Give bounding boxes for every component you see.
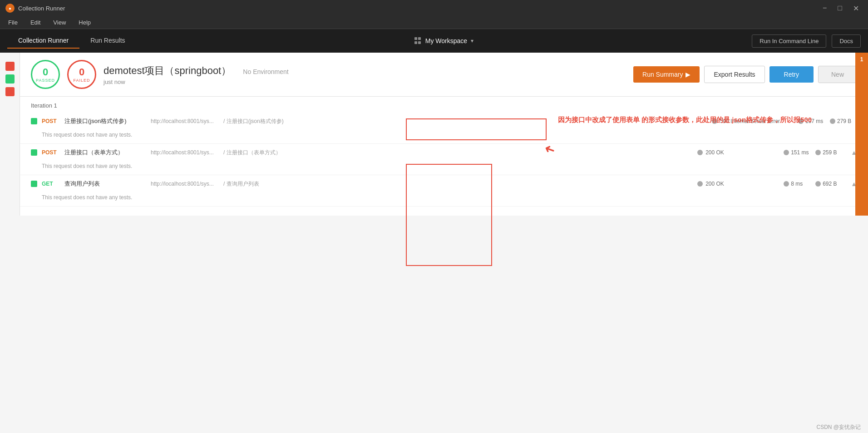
- req-status-dot-2: [31, 149, 37, 156]
- req-size-3: 692 B: [815, 181, 843, 187]
- maximize-button[interactable]: □: [834, 3, 846, 14]
- menu-file[interactable]: File: [5, 18, 20, 27]
- workspace-icon: [414, 37, 422, 44]
- environment-tag: No Environment: [243, 68, 288, 75]
- new-button[interactable]: New: [818, 66, 857, 83]
- req-status-dot-3: [31, 181, 37, 187]
- run-header: 0 PASSED 0 FAILED demotest项目（springboot）…: [20, 53, 868, 97]
- minimize-button[interactable]: −: [819, 3, 830, 14]
- left-sidebar: [0, 53, 20, 216]
- request-row-2: POST 注册接口（表单方式） http://localhost:8001/sy…: [20, 144, 868, 175]
- req-url-3: http://localhost:8001/sys...: [151, 181, 219, 187]
- req-status-dot-1: [31, 118, 37, 124]
- status-text-3: 200 OK: [705, 181, 724, 187]
- top-nav: Collection Runner Run Results My Workspa…: [0, 29, 868, 53]
- req-time-3: 8 ms: [784, 181, 811, 187]
- size-dot-1: [830, 118, 835, 124]
- status-text-2: 200 OK: [705, 149, 724, 156]
- failed-label: FAILED: [73, 78, 90, 83]
- run-info: demotest项目（springboot） No Environment ju…: [104, 64, 289, 85]
- docs-button[interactable]: Docs: [832, 34, 861, 48]
- workspace-label: My Workspace: [425, 37, 467, 44]
- collection-name: demotest项目（springboot） No Environment: [104, 64, 289, 78]
- window-title: Collection Runner: [18, 5, 65, 12]
- request-row-3: GET 查询用户列表 http://localhost:8001/sys... …: [20, 175, 868, 207]
- right-badge: 1: [855, 53, 868, 216]
- run-actions: Run Summary ▶ Export Results Retry New: [633, 66, 857, 83]
- tab-collection-runner[interactable]: Collection Runner: [7, 33, 79, 49]
- workspace-chevron: ▾: [471, 38, 473, 44]
- sidebar-indicator-red-1: [5, 62, 15, 71]
- badge-number: 1: [860, 56, 863, 63]
- passed-circle: 0 PASSED: [31, 60, 60, 89]
- sidebar-indicator-green: [5, 74, 15, 84]
- size-dot-2: [815, 150, 821, 155]
- nav-tabs: Collection Runner Run Results: [7, 33, 136, 49]
- request-note-2: This request does not have any tests.: [20, 161, 868, 175]
- request-note-1: This request does not have any tests.: [20, 130, 868, 143]
- passed-label: PASSED: [36, 78, 55, 83]
- run-summary-button[interactable]: Run Summary ▶: [633, 66, 700, 83]
- workspace-selector[interactable]: My Workspace ▾: [414, 37, 473, 44]
- main-area: 0 PASSED 0 FAILED demotest项目（springboot）…: [0, 53, 868, 216]
- export-results-button[interactable]: Export Results: [704, 66, 764, 83]
- req-path-3: / 查询用户列表: [223, 180, 305, 188]
- req-status-3: 200 OK: [697, 181, 779, 187]
- logo-icon: ●: [9, 6, 11, 11]
- title-bar-left: ● Collection Runner: [5, 4, 65, 13]
- run-timestamp: just now: [104, 79, 289, 85]
- requests-container: Iteration 1 POST 注册接口(json格式传参) http://l…: [20, 97, 868, 216]
- req-size-1: 279 B: [830, 118, 857, 124]
- close-button[interactable]: ✕: [849, 3, 863, 14]
- request-main-2[interactable]: POST 注册接口（表单方式） http://localhost:8001/sy…: [20, 144, 868, 161]
- menu-help[interactable]: Help: [76, 18, 94, 27]
- menu-view[interactable]: View: [50, 18, 69, 27]
- window-controls: − □ ✕: [819, 3, 863, 14]
- req-name-3: 查询用户列表: [64, 180, 146, 188]
- retry-button[interactable]: Retry: [769, 66, 814, 83]
- status-circle-3: [697, 181, 703, 187]
- run-stats: 0 PASSED 0 FAILED demotest项目（springboot）…: [31, 60, 289, 89]
- failed-circle: 0 FAILED: [67, 60, 96, 89]
- method-badge-3: GET: [42, 181, 60, 187]
- req-path-2: / 注册接口（表单方式）: [223, 149, 305, 157]
- run-command-line-button[interactable]: Run In Command Line: [752, 34, 826, 48]
- iteration-label: Iteration 1: [20, 97, 868, 113]
- req-url-1: http://localhost:8001/sys...: [151, 118, 219, 124]
- title-bar: ● Collection Runner − □ ✕: [0, 0, 868, 16]
- content-panel: 0 PASSED 0 FAILED demotest项目（springboot）…: [20, 53, 868, 216]
- req-name-1: 注册接口(json格式传参): [64, 117, 146, 125]
- size-dot-3: [815, 181, 821, 187]
- status-circle-2: [697, 150, 703, 155]
- sidebar-indicator-red-2: [5, 87, 15, 96]
- req-time-2: 151 ms: [784, 149, 811, 156]
- tab-run-results[interactable]: Run Results: [79, 33, 136, 49]
- menu-bar: File Edit View Help: [0, 16, 868, 29]
- req-status-2: 200 OK: [697, 149, 779, 156]
- time-dot-2: [784, 150, 789, 155]
- request-main-3[interactable]: GET 查询用户列表 http://localhost:8001/sys... …: [20, 175, 868, 192]
- passed-count: 0: [43, 66, 48, 78]
- req-name-2: 注册接口（表单方式）: [64, 148, 146, 157]
- top-nav-right: Run In Command Line Docs: [752, 34, 861, 48]
- time-dot-3: [784, 181, 789, 187]
- req-size-2: 259 B: [815, 149, 843, 156]
- method-badge-1: POST: [42, 118, 60, 124]
- req-path-1: / 注册接口(json格式传参): [223, 118, 305, 125]
- menu-edit[interactable]: Edit: [28, 18, 43, 27]
- failed-count: 0: [79, 66, 84, 78]
- req-url-2: http://localhost:8001/sys...: [151, 149, 219, 156]
- run-summary-arrow: ▶: [686, 71, 690, 78]
- footer: CSDN @妄忧杂记: [809, 422, 868, 433]
- app-logo: ●: [5, 4, 15, 13]
- annotation-text: 因为接口中改成了使用表单 的形式接收参数，此处用的是 json格式传参，所以报5…: [558, 115, 812, 125]
- request-note-3: This request does not have any tests.: [20, 192, 868, 206]
- method-badge-2: POST: [42, 149, 60, 156]
